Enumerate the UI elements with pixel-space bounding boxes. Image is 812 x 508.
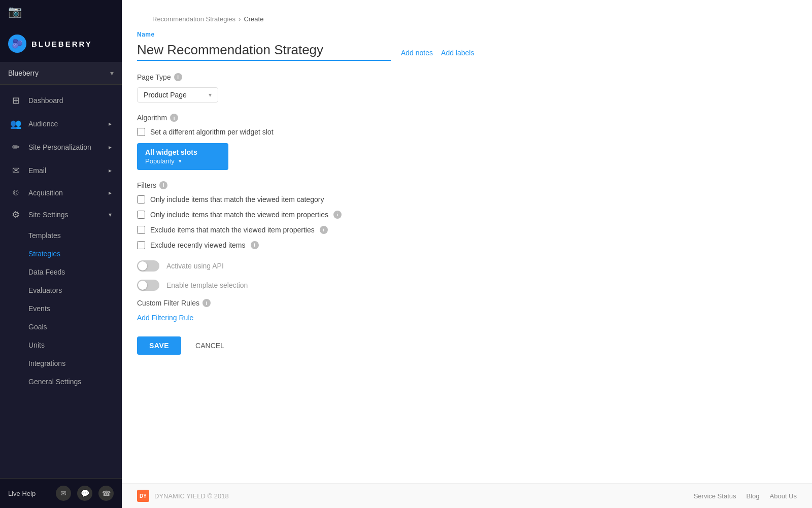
sidebar-item-dashboard[interactable]: ⊞ Dashboard (0, 89, 122, 112)
sidebar-item-goals[interactable]: Goals (0, 318, 122, 336)
chevron-right-icon: ▸ (109, 144, 112, 151)
filter-properties-include-checkbox[interactable] (137, 211, 145, 219)
footer-about-us-link[interactable]: About Us (770, 492, 797, 500)
email-icon: ✉ (10, 165, 21, 176)
custom-filter-label: Custom Filter Rules (137, 299, 199, 307)
sidebar-item-label: Acquisition (28, 189, 63, 197)
page-type-label: Page Type (137, 73, 171, 81)
sidebar-item-integrations[interactable]: Integrations (0, 354, 122, 372)
chat-support-icon[interactable]: 💬 (77, 486, 92, 501)
algo-different-checkbox[interactable] (137, 128, 145, 136)
algo-checkbox-row: Set a different algorithm per widget slo… (137, 128, 797, 136)
sidebar-logo: 🫐 BLUEBERRY (0, 25, 122, 62)
sidebar-account[interactable]: Blueberry ▾ (0, 62, 122, 85)
footer-links: Service Status Blog About Us (694, 492, 797, 500)
sidebar-item-data-feeds[interactable]: Data Feeds (0, 263, 122, 281)
settings-icon: ⚙ (10, 209, 21, 220)
footer-service-status-link[interactable]: Service Status (694, 492, 736, 500)
sidebar-footer: Live Help ✉ 💬 ☎ (0, 478, 122, 508)
filter-properties-include-label[interactable]: Only include items that match the viewed… (150, 211, 328, 219)
sidebar-item-templates[interactable]: Templates (0, 226, 122, 245)
page-type-value: Product Page (144, 91, 187, 99)
save-button[interactable]: SAVE (137, 336, 181, 355)
sidebar-item-strategies[interactable]: Strategies (0, 245, 122, 263)
logo-text: BLUEBERRY (31, 40, 92, 48)
enable-template-row: Enable template selection (137, 280, 797, 291)
sidebar-item-label: Dashboard (28, 96, 63, 105)
select-arrow-icon: ▾ (209, 91, 212, 98)
sidebar-item-site-settings[interactable]: ⚙ Site Settings ▾ (0, 203, 122, 226)
filter-properties-exclude-checkbox[interactable] (137, 226, 145, 234)
camera-icon: 📷 (8, 5, 114, 18)
custom-filter-info-icon: i (202, 299, 211, 307)
filter3-info-icon: i (320, 226, 328, 234)
page-type-select[interactable]: Product Page ▾ (137, 87, 218, 103)
sidebar-item-units[interactable]: Units (0, 336, 122, 354)
filter-properties-exclude-label[interactable]: Exclude items that match the viewed item… (150, 226, 315, 234)
breadcrumb-parent[interactable]: Recommendation Strategies (152, 15, 235, 23)
filter-category-checkbox[interactable] (137, 195, 145, 204)
site-personalization-icon: ✏ (10, 142, 21, 153)
sidebar-item-email[interactable]: ✉ Email ▸ (0, 159, 122, 182)
activate-api-row: Activate using API (137, 260, 797, 272)
phone-support-icon[interactable]: ☎ (98, 486, 114, 501)
account-label: Blueberry (8, 69, 39, 77)
breadcrumb: Recommendation Strategies › Create (137, 8, 797, 23)
filters-section: Filters i Only include items that match … (137, 181, 797, 249)
filter-recently-viewed-checkbox[interactable] (137, 241, 145, 249)
sidebar-item-site-personalization[interactable]: ✏ Site Personalization ▸ (0, 136, 122, 159)
sidebar-item-label: Email (28, 166, 46, 175)
widget-slot-title: All widget slots (145, 148, 197, 156)
account-chevron: ▾ (110, 69, 114, 77)
algorithm-label: Algorithm (137, 114, 167, 122)
add-notes-link[interactable]: Add notes (401, 49, 433, 57)
breadcrumb-separator: › (239, 15, 241, 23)
sidebar-item-label: Site Settings (28, 211, 69, 219)
sidebar-item-evaluators[interactable]: Evaluators (0, 281, 122, 299)
breadcrumb-current: Create (244, 15, 263, 23)
sidebar-item-audience[interactable]: 👥 Audience ▸ (0, 112, 122, 136)
algorithm-section: Algorithm i Set a different algorithm pe… (137, 114, 797, 170)
widget-slot-button[interactable]: All widget slots Popularity ▾ (137, 143, 228, 170)
sidebar: 📷 🫐 BLUEBERRY Blueberry ▾ ⊞ Dashboard 👥 … (0, 0, 122, 508)
email-support-icon[interactable]: ✉ (56, 486, 71, 501)
footer-blog-link[interactable]: Blog (746, 492, 759, 500)
algorithm-info-icon: i (170, 114, 178, 122)
filter-recently-viewed-label[interactable]: Exclude recently viewed items (150, 241, 246, 249)
filter-category-label[interactable]: Only include items that match the viewed… (150, 195, 324, 204)
custom-filter-section: Custom Filter Rules i Add Filtering Rule (137, 299, 797, 322)
chevron-right-icon: ▸ (109, 120, 112, 127)
sidebar-item-general-settings[interactable]: General Settings (0, 372, 122, 391)
site-settings-submenu: Templates Strategies Data Feeds Evaluato… (0, 226, 122, 391)
cancel-button[interactable]: CANCEL (187, 336, 232, 355)
name-input[interactable] (137, 40, 391, 61)
audience-icon: 👥 (10, 118, 21, 129)
chevron-right-icon: ▸ (109, 189, 112, 196)
chevron-down-icon: ▾ (109, 211, 112, 218)
form-area: Recommendation Strategies › Create Name … (122, 0, 812, 483)
sidebar-item-acquisition[interactable]: © Acquisition ▸ (0, 182, 122, 203)
main-content: Recommendation Strategies › Create Name … (122, 0, 812, 508)
form-actions: SAVE CANCEL (137, 336, 797, 355)
sidebar-item-events[interactable]: Events (0, 299, 122, 318)
page-footer: DY DYNAMIC YIELD © 2018 Service Status B… (122, 483, 812, 508)
activate-api-toggle[interactable] (137, 260, 159, 272)
sidebar-item-label: Audience (28, 120, 58, 128)
slot-arrow-icon: ▾ (179, 158, 182, 164)
sidebar-item-label: Site Personalization (28, 143, 91, 151)
filters-label: Filters (137, 181, 156, 189)
live-help-label: Live Help (8, 490, 50, 497)
sidebar-nav: ⊞ Dashboard 👥 Audience ▸ ✏ Site Personal… (0, 85, 122, 478)
footer-brand: DY DYNAMIC YIELD © 2018 (137, 490, 229, 502)
name-label: Name (137, 31, 797, 38)
add-labels-link[interactable]: Add labels (441, 49, 474, 57)
dynamic-yield-logo: DY (137, 490, 149, 502)
filters-info-icon: i (159, 181, 167, 189)
page-type-info-icon: i (174, 73, 182, 81)
widget-slot-sub: Popularity ▾ (145, 157, 182, 165)
add-filtering-rule-link[interactable]: Add Filtering Rule (137, 314, 193, 322)
algo-checkbox-label[interactable]: Set a different algorithm per widget slo… (150, 128, 274, 136)
enable-template-toggle[interactable] (137, 280, 159, 291)
footer-brand-text: DYNAMIC YIELD © 2018 (154, 492, 229, 500)
activate-api-label: Activate using API (166, 262, 224, 270)
